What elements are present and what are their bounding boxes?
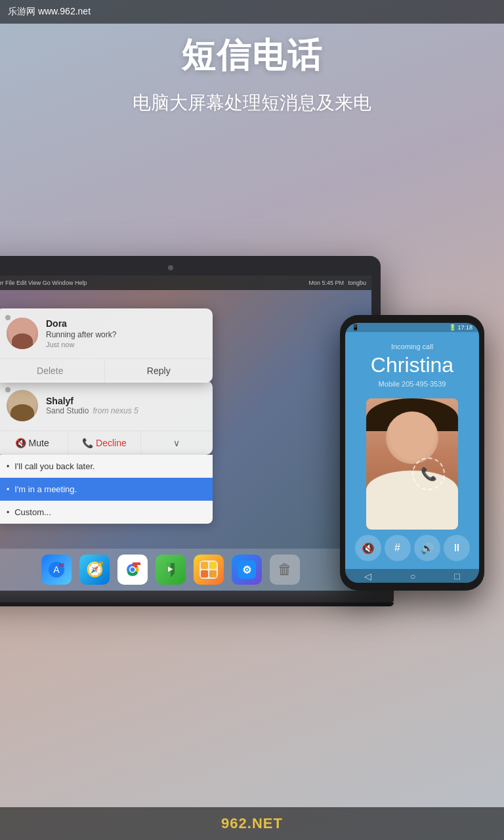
main-title: 短信电话 <box>0 33 504 79</box>
laptop-menubar: Finder File Edit View Go Window Help Mon… <box>0 276 371 290</box>
avatar-dora <box>7 318 38 349</box>
dock-chrome[interactable] <box>117 555 148 585</box>
phone-btn-pause[interactable]: ⏸ <box>444 535 470 561</box>
phone-navbar: ◁ ○ □ <box>345 569 479 583</box>
notif-dora-message: Running after work? <box>46 330 202 339</box>
notification-dora: Dora Running after work? Just now Delete… <box>0 308 213 383</box>
photo-face <box>386 411 438 464</box>
dock-xcode[interactable]: ⚙ <box>232 555 262 585</box>
phone-statusbar: 📱 🔋 17:18 <box>345 323 479 332</box>
menubar-left: Finder File Edit View Go Window Help <box>0 279 87 287</box>
svg-rect-10 <box>201 562 208 569</box>
notif-dora-main: Dora Running after work? Just now <box>0 308 213 359</box>
top-watermark: 乐游网 www.962.net <box>0 0 504 24</box>
laptop: Finder File Edit View Go Window Help Mon… <box>0 256 381 591</box>
notif-shalyf-studio: Sand Studio <box>46 406 89 415</box>
shalyf-decline-button[interactable]: 📞 Decline <box>68 431 140 455</box>
avatar-dora-face <box>7 318 38 349</box>
phone-nav-recent[interactable]: □ <box>454 571 459 581</box>
shalyf-mute-button[interactable]: 🔇 Mute <box>0 431 68 455</box>
dropdown-text-0: I'll call you back later. <box>14 461 94 471</box>
notif-dora-time: Just now <box>46 341 202 348</box>
dock-safari[interactable]: 🧭 <box>79 555 110 585</box>
shalyf-expand-button[interactable]: ∨ <box>141 431 213 455</box>
watermark-top-text: 乐游网 www.962.net <box>8 6 91 18</box>
notif-shalyf-dot <box>5 387 10 392</box>
shalyf-dropdown: • I'll call you back later. • I'm in a m… <box>0 455 213 524</box>
phone-caller-number: Mobile 205·495·3539 <box>379 380 446 388</box>
notif-dora-name: Dora <box>46 318 202 329</box>
notif-dora-content: Dora Running after work? Just now <box>46 318 202 348</box>
bottom-watermark: 962.NET <box>0 807 504 840</box>
dock-photos[interactable] <box>194 555 224 585</box>
dropdown-item-0[interactable]: • I'll call you back later. <box>0 455 213 478</box>
laptop-screen: Finder File Edit View Go Window Help Mon… <box>0 276 371 591</box>
dock-trash[interactable]: 🗑 <box>270 555 300 585</box>
menubar-right: Mon 5:45 PM tongbu <box>308 280 366 286</box>
phone-status-left: 📱 <box>352 324 359 331</box>
phone-nav-home[interactable]: ○ <box>410 571 415 581</box>
phone-btn-keypad[interactable]: # <box>385 535 411 561</box>
dock-maps[interactable]: ▶ <box>156 555 186 585</box>
laptop-bottom <box>0 602 394 606</box>
notif-dora-delete-button[interactable]: Delete <box>0 359 104 383</box>
svg-text:▶: ▶ <box>168 565 173 572</box>
laptop-base <box>0 591 394 602</box>
phone-status-right: 🔋 17:18 <box>449 324 472 331</box>
dropdown-bullet-2: • <box>7 508 9 517</box>
dropdown-item-1[interactable]: • I'm in a meeting. <box>0 478 213 501</box>
phone-caller-photo: 📞 <box>366 398 458 530</box>
phone-caller-name: Christina <box>371 353 453 377</box>
notif-shalyf-info: Shalyf Sand Studio from nexus 5 <box>46 396 138 415</box>
avatar-shalyf <box>7 390 38 421</box>
sub-title: 电脑大屏幕处理短消息及来电 <box>0 91 504 116</box>
menubar-items: Finder File Edit View Go Window Help <box>0 280 87 286</box>
phone-call-buttons: 🔇 # 🔊 ⏸ <box>353 530 471 564</box>
laptop-container: Finder File Edit View Go Window Help Mon… <box>0 256 394 606</box>
phone-screen: 📱 🔋 17:18 Incoming call Christina Mobile… <box>345 323 479 583</box>
phone-container: 📱 🔋 17:18 Incoming call Christina Mobile… <box>340 315 484 591</box>
phone-btn-speaker[interactable]: 🔊 <box>414 535 440 561</box>
call-answer-icon[interactable]: 📞 <box>412 457 445 490</box>
phone-nav-back[interactable]: ◁ <box>364 571 371 581</box>
notif-dora-reply-button[interactable]: Reply <box>104 359 213 383</box>
title-area: 短信电话 电脑大屏幕处理短消息及来电 <box>0 33 504 116</box>
phone: 📱 🔋 17:18 Incoming call Christina Mobile… <box>340 315 484 591</box>
notif-shalyf-header: Shalyf Sand Studio from nexus 5 <box>0 381 213 430</box>
phone-btn-mute[interactable]: 🔇 <box>355 535 381 561</box>
phone-incoming-label: Incoming call <box>391 343 433 350</box>
dropdown-text-2: Custom... <box>14 507 51 517</box>
svg-text:10: 10 <box>59 562 64 567</box>
notif-shalyf-name: Shalyf <box>46 396 138 406</box>
svg-text:⚙: ⚙ <box>242 564 251 576</box>
dropdown-item-2[interactable]: • Custom... <box>0 501 213 524</box>
svg-rect-12 <box>201 570 208 578</box>
svg-point-5 <box>131 568 135 572</box>
notif-shalyf-actions: 🔇 Mute 📞 Decline ∨ <box>0 430 213 455</box>
laptop-dock: A10 🧭 ▶ <box>0 549 371 591</box>
dropdown-bullet-0: • <box>7 462 9 471</box>
notification-shalyf: Shalyf Sand Studio from nexus 5 🔇 Mute 📞… <box>0 381 213 455</box>
watermark-bottom-text: 962.NET <box>221 815 283 832</box>
photo-body <box>366 471 458 530</box>
notif-dora-actions: Delete Reply <box>0 359 213 383</box>
dropdown-text-1: I'm in a meeting. <box>14 484 77 494</box>
laptop-camera <box>168 265 173 270</box>
svg-rect-11 <box>209 562 217 569</box>
phone-call-area: Incoming call Christina Mobile 205·495·3… <box>345 332 479 569</box>
dropdown-bullet-1: • <box>7 485 9 494</box>
dock-appstore[interactable]: A10 <box>41 555 72 585</box>
notif-shalyf-from: from nexus 5 <box>93 406 138 415</box>
svg-rect-13 <box>209 570 217 578</box>
